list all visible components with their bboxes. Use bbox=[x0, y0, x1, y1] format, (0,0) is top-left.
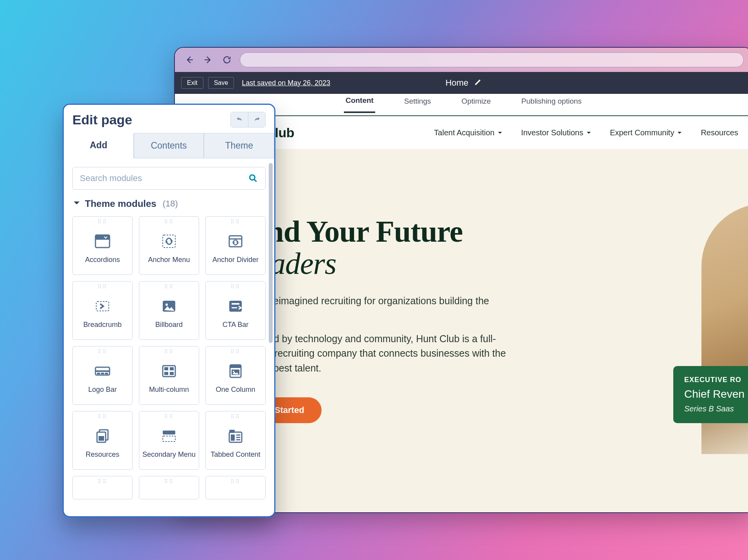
module-grid: ⠿⠿ Accordions ⠿⠿ Anchor Menu ⠿⠿ Anchor D… bbox=[70, 216, 268, 499]
drag-handle-icon: ⠿⠿ bbox=[164, 221, 174, 227]
module-accordions[interactable]: ⠿⠿ Accordions bbox=[72, 216, 133, 275]
svg-point-8 bbox=[165, 303, 168, 306]
svg-rect-28 bbox=[163, 431, 175, 434]
module-placeholder[interactable]: ⠿⠿ bbox=[72, 476, 133, 499]
hero-title: Find Your Future Leaders bbox=[241, 215, 734, 280]
tab-settings[interactable]: Settings bbox=[403, 97, 433, 112]
tabbed-content-icon bbox=[226, 426, 245, 446]
module-label: Tabbed Content bbox=[208, 451, 263, 459]
module-anchor-menu[interactable]: ⠿⠿ Anchor Menu bbox=[139, 216, 199, 275]
multi-column-icon bbox=[159, 361, 179, 381]
nav-resources[interactable]: Resources bbox=[701, 128, 738, 137]
drag-handle-icon: ⠿⠿ bbox=[230, 480, 241, 486]
module-resources[interactable]: ⠿⠿ Resources bbox=[72, 411, 133, 470]
edit-title-button[interactable] bbox=[474, 78, 482, 88]
redo-icon bbox=[253, 116, 261, 124]
svg-rect-35 bbox=[236, 439, 240, 440]
search-modules[interactable] bbox=[72, 167, 266, 190]
module-label: Billboard bbox=[153, 321, 185, 329]
browser-reload-button[interactable] bbox=[221, 54, 233, 66]
svg-rect-15 bbox=[105, 373, 108, 374]
drag-handle-icon: ⠿⠿ bbox=[230, 415, 241, 422]
panel-tabs: Add Contents Theme bbox=[64, 133, 274, 158]
svg-rect-18 bbox=[170, 367, 174, 370]
tab-content[interactable]: Content bbox=[344, 96, 375, 113]
section-count: (18) bbox=[163, 199, 178, 209]
drag-handle-icon: ⠿⠿ bbox=[97, 415, 108, 422]
billboard-icon bbox=[159, 296, 179, 316]
hero-paragraph: Powered by technology and community, Hun… bbox=[241, 332, 518, 376]
module-placeholder[interactable]: ⠿⠿ bbox=[139, 476, 199, 499]
module-label: Anchor Divider bbox=[210, 256, 261, 264]
svg-rect-33 bbox=[236, 434, 240, 436]
redo-button[interactable] bbox=[248, 112, 265, 127]
tab-optimize[interactable]: Optimize bbox=[460, 97, 493, 112]
card-title: Chief Reven bbox=[684, 388, 748, 400]
scrollbar[interactable] bbox=[269, 163, 273, 343]
tab-theme[interactable]: Theme bbox=[204, 133, 274, 158]
svg-rect-4 bbox=[163, 235, 175, 248]
module-label: CTA Bar bbox=[220, 321, 251, 329]
page-title: Home bbox=[446, 78, 469, 88]
drag-handle-icon: ⠿⠿ bbox=[164, 350, 174, 357]
module-billboard[interactable]: ⠿⠿ Billboard bbox=[139, 281, 199, 340]
logo-bar-icon bbox=[93, 361, 112, 381]
tab-contents[interactable]: Contents bbox=[134, 133, 204, 158]
drag-handle-icon: ⠿⠿ bbox=[164, 480, 174, 486]
module-tabbed-content[interactable]: ⠿⠿ Tabbed Content bbox=[205, 411, 266, 470]
arrow-left-icon bbox=[185, 55, 194, 65]
card-subtitle: Series B Saas bbox=[684, 404, 748, 413]
last-saved-link[interactable]: Last saved on May 26, 2023 bbox=[242, 79, 330, 87]
svg-rect-12 bbox=[95, 370, 110, 372]
svg-rect-9 bbox=[229, 301, 242, 312]
module-logo-bar[interactable]: ⠿⠿ Logo Bar bbox=[72, 346, 133, 405]
drag-handle-icon: ⠿⠿ bbox=[230, 221, 241, 227]
executive-card: EXECUTIVE RO Chief Reven Series B Saas bbox=[673, 366, 748, 423]
module-breadcrumb[interactable]: ⠿⠿ Breadcrumb bbox=[72, 281, 133, 340]
module-label: Anchor Menu bbox=[146, 256, 192, 264]
anchor-divider-icon bbox=[226, 232, 245, 251]
module-one-column[interactable]: ⠿⠿ One Column bbox=[205, 346, 266, 405]
module-secondary-menu[interactable]: ⠿⠿ Secondary Menu bbox=[139, 411, 199, 470]
tab-publishing[interactable]: Publishing options bbox=[520, 97, 583, 112]
module-cta-bar[interactable]: ⠿⠿ CTA Bar bbox=[205, 281, 266, 340]
nav-talent-acquisition[interactable]: Talent Acquisition bbox=[434, 128, 502, 137]
history-buttons bbox=[230, 112, 266, 127]
cta-bar-icon bbox=[226, 296, 245, 316]
chevron-down-icon bbox=[586, 128, 591, 137]
svg-rect-34 bbox=[236, 437, 240, 438]
tab-add[interactable]: Add bbox=[64, 133, 134, 158]
drag-handle-icon: ⠿⠿ bbox=[97, 480, 108, 486]
module-multi-column[interactable]: ⠿⠿ Multi-column bbox=[139, 346, 199, 405]
chevron-down-icon bbox=[677, 128, 682, 137]
svg-rect-14 bbox=[101, 373, 104, 374]
module-anchor-divider[interactable]: ⠿⠿ Anchor Divider bbox=[205, 216, 266, 275]
drag-handle-icon: ⠿⠿ bbox=[164, 285, 174, 292]
nav-investor-solutions[interactable]: Investor Solutions bbox=[521, 128, 591, 137]
module-placeholder[interactable]: ⠿⠿ bbox=[205, 476, 266, 499]
browser-back-button[interactable] bbox=[183, 54, 195, 66]
arrow-right-icon bbox=[203, 55, 213, 65]
svg-point-24 bbox=[233, 371, 234, 372]
section-title: Theme modules bbox=[85, 198, 156, 209]
edit-page-panel: Edit page Add Contents Theme Theme modul… bbox=[63, 104, 275, 517]
exit-button[interactable]: Exit bbox=[181, 77, 203, 89]
section-header[interactable]: Theme modules (18) bbox=[70, 197, 268, 216]
secondary-menu-icon bbox=[159, 426, 179, 446]
svg-rect-10 bbox=[232, 303, 239, 305]
drag-handle-icon: ⠿⠿ bbox=[97, 350, 108, 357]
card-eyebrow: EXECUTIVE RO bbox=[684, 376, 748, 384]
undo-button[interactable] bbox=[231, 112, 248, 127]
module-label: Secondary Menu bbox=[140, 451, 198, 459]
module-label: Breadcrumb bbox=[81, 321, 124, 329]
url-bar[interactable] bbox=[240, 52, 744, 67]
save-button[interactable]: Save bbox=[208, 77, 234, 89]
nav-expert-community[interactable]: Expert Community bbox=[610, 128, 682, 137]
browser-forward-button[interactable] bbox=[202, 54, 214, 66]
svg-rect-32 bbox=[231, 434, 235, 441]
hero-section: Find Your Future Leaders We've reimagine… bbox=[222, 149, 748, 447]
search-icon bbox=[248, 173, 258, 183]
reload-icon bbox=[222, 55, 232, 65]
svg-rect-3 bbox=[95, 235, 110, 240]
search-input[interactable] bbox=[80, 173, 248, 183]
